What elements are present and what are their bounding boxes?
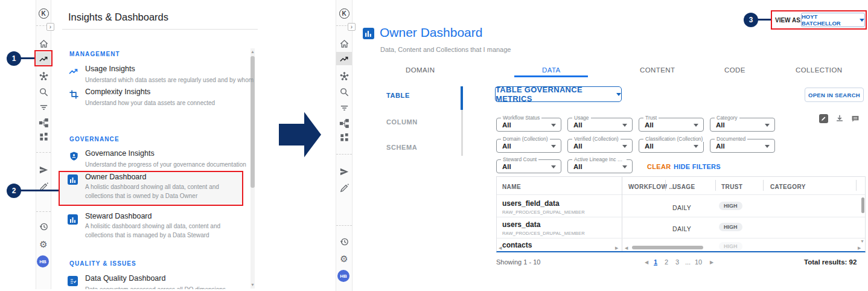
filter-usage[interactable]: Usage All: [567, 118, 633, 132]
user-avatar[interactable]: HB: [37, 255, 49, 267]
annotation-line-2: [20, 190, 59, 191]
app-logo-icon[interactable]: K: [37, 7, 49, 19]
page-number-10[interactable]: 10: [695, 258, 702, 266]
hub-icon[interactable]: [338, 70, 350, 82]
filter-category[interactable]: Category All: [710, 118, 775, 132]
page-number-3[interactable]: 3: [675, 258, 679, 266]
row-name[interactable]: contacts: [502, 241, 532, 249]
subnav-table[interactable]: TABLE: [386, 92, 410, 99]
column-header-workflow[interactable]: WORKFLOW ...: [628, 184, 675, 190]
home-icon[interactable]: [37, 37, 49, 50]
subnav-schema[interactable]: SCHEMA: [386, 144, 417, 151]
filter-value: All: [502, 142, 511, 150]
showing-range: Showing 1 - 10: [496, 258, 540, 266]
annotation-box-1: [34, 50, 53, 66]
hscroll-right-icon[interactable]: ▶: [615, 246, 618, 251]
row-name[interactable]: users_data: [502, 220, 540, 229]
comment-icon[interactable]: [851, 115, 860, 126]
scrollbar-down-icon[interactable]: ▼: [251, 283, 255, 287]
row-path: RAW_PROD/CES_DRUPAL_MEMBER: [502, 231, 585, 236]
download-icon[interactable]: [835, 114, 844, 126]
filter-icon[interactable]: [338, 101, 350, 114]
app-logo-icon[interactable]: K: [338, 7, 350, 19]
page-bar-chart-icon: [363, 28, 374, 39]
tab-code[interactable]: CODE: [724, 66, 745, 74]
page-number-1[interactable]: 1: [654, 258, 657, 266]
tab-collection[interactable]: COLLECTION: [796, 66, 843, 74]
apps-grid-icon[interactable]: [338, 131, 350, 143]
lineage-icon[interactable]: [37, 117, 49, 129]
filter-value: All: [645, 142, 654, 150]
clear-filters-link[interactable]: CLEAR: [647, 163, 671, 170]
sidebar-divider: [336, 225, 352, 226]
bar-chart-icon: [68, 214, 78, 225]
column-header-trust[interactable]: TRUST: [721, 184, 742, 190]
filter-workflow-status[interactable]: Workflow Status All: [496, 118, 561, 132]
hide-filters-link[interactable]: HIDE FILTERS: [674, 163, 721, 170]
search-icon[interactable]: [338, 86, 350, 98]
apps-grid-icon[interactable]: [37, 130, 49, 142]
home-icon[interactable]: [338, 37, 350, 50]
history-icon[interactable]: [37, 220, 49, 232]
filter-steward-count[interactable]: Steward Count All: [496, 159, 561, 173]
hscroll-left-icon[interactable]: ◀: [625, 246, 628, 251]
column-separator: [715, 180, 716, 191]
row-name[interactable]: users_field_data: [502, 199, 560, 208]
hscroll-thumb[interactable]: [632, 246, 703, 249]
settings-gear-icon[interactable]: ⚙: [338, 253, 350, 265]
hub-icon[interactable]: [37, 70, 49, 82]
filter-trust[interactable]: Trust All: [639, 118, 704, 132]
tab-domain[interactable]: DOMAIN: [406, 66, 435, 74]
item-title: Data Quality Dashboard: [85, 274, 165, 283]
annotation-line-3: [757, 19, 771, 21]
filter-domain-collection[interactable]: Domain (Collection) All: [496, 139, 561, 153]
filter-label: Category: [715, 115, 739, 121]
compose-pen-icon[interactable]: [338, 182, 350, 194]
filter-label: Workflow Status: [501, 115, 541, 121]
filter-documented[interactable]: Documented All: [710, 139, 775, 153]
sidebar-expand-button[interactable]: ›: [348, 23, 356, 31]
history-icon[interactable]: [338, 235, 350, 248]
scrollbar-up-icon[interactable]: ▲: [251, 50, 255, 54]
filter-active-lineage[interactable]: Active Lineage Inc Refer... All: [567, 159, 633, 173]
chevron-down-icon: [622, 165, 627, 168]
vscroll-thumb[interactable]: [861, 197, 864, 213]
complexity-crop-icon: [68, 88, 80, 100]
column-header-usage[interactable]: USAGE: [672, 184, 695, 190]
tab-content[interactable]: CONTENT: [640, 66, 675, 74]
lineage-icon[interactable]: [338, 117, 350, 129]
chevron-down-icon: [765, 145, 770, 148]
filter-value: All: [502, 121, 511, 129]
column-header-name[interactable]: NAME: [502, 184, 521, 190]
hscroll-right-icon[interactable]: ▶: [858, 246, 861, 251]
pagination-prev-icon[interactable]: ◀: [645, 260, 648, 265]
send-icon[interactable]: [37, 164, 49, 176]
send-icon[interactable]: [338, 165, 350, 177]
user-avatar[interactable]: HB: [337, 270, 349, 282]
sidebar-divider: [336, 154, 352, 155]
chevron-right-icon: ›: [351, 24, 353, 30]
subnav-column[interactable]: COLUMN: [386, 118, 418, 126]
subnav-scroll-track[interactable]: [461, 110, 463, 156]
active-tab-underline: [514, 75, 588, 77]
filter-icon[interactable]: [37, 101, 49, 113]
filter-classification-collection[interactable]: Classification (Collection) All: [639, 139, 704, 153]
edit-tool-icon[interactable]: [819, 114, 828, 123]
settings-gear-icon[interactable]: ⚙: [37, 238, 49, 251]
hscroll-left-icon[interactable]: ◀: [499, 246, 502, 251]
insights-trending-icon[interactable]: [338, 53, 350, 65]
pagination-next-icon[interactable]: ▶: [710, 260, 713, 265]
total-results: Total results: 92: [804, 258, 857, 266]
vscroll-down-icon[interactable]: ▼: [860, 239, 864, 244]
search-icon[interactable]: [37, 86, 49, 98]
open-in-search-button[interactable]: OPEN IN SEARCH: [805, 88, 864, 102]
annotation-badge-1: 1: [7, 51, 21, 66]
filter-verified-collection[interactable]: Verified (Collection) All: [567, 139, 633, 153]
tab-data[interactable]: DATA: [542, 66, 561, 74]
column-header-category[interactable]: CATEGORY: [770, 184, 806, 190]
transition-arrow: [279, 111, 321, 158]
sidebar-expand-button[interactable]: ›: [46, 23, 54, 31]
page-number-2[interactable]: 2: [665, 258, 668, 266]
left-panel-title: Insights & Dashboards: [68, 11, 168, 23]
metrics-dropdown[interactable]: TABLE GOVERNANCE METRICS: [495, 86, 622, 102]
